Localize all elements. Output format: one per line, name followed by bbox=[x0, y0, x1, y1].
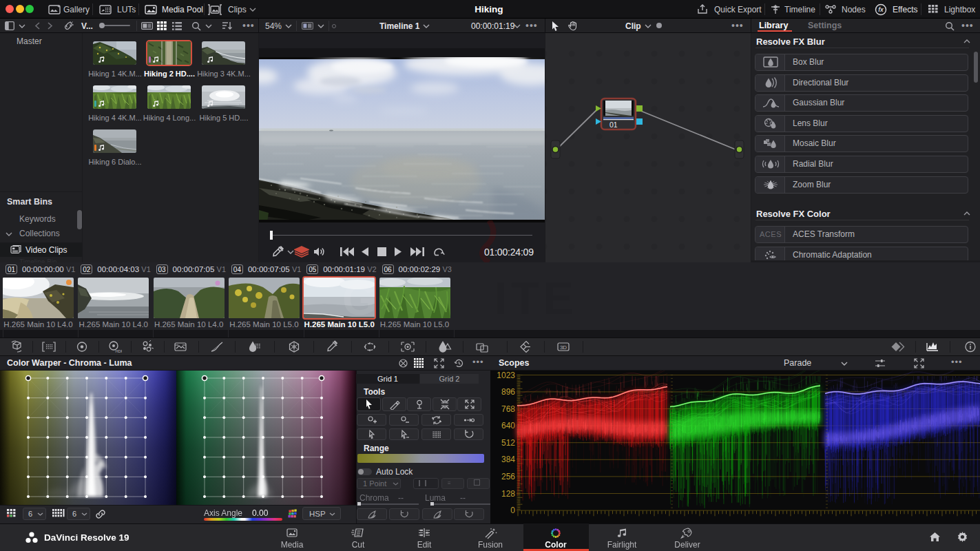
svg-text:01: 01 bbox=[609, 121, 618, 129]
svg-text:1023: 1023 bbox=[497, 371, 515, 380]
svg-text:HDR: HDR bbox=[116, 349, 123, 353]
svg-text:ACES: ACES bbox=[760, 230, 782, 238]
svg-text:640: 640 bbox=[501, 421, 515, 430]
svg-text:512: 512 bbox=[501, 438, 515, 448]
svg-text:896: 896 bbox=[501, 387, 515, 397]
svg-text:3D: 3D bbox=[560, 344, 567, 351]
svg-text:768: 768 bbox=[501, 404, 515, 414]
svg-text:0: 0 bbox=[510, 506, 515, 515]
svg-text:256: 256 bbox=[501, 472, 515, 481]
svg-text:384: 384 bbox=[501, 455, 515, 464]
svg-text:fx: fx bbox=[878, 6, 884, 13]
svg-text:128: 128 bbox=[501, 489, 515, 499]
